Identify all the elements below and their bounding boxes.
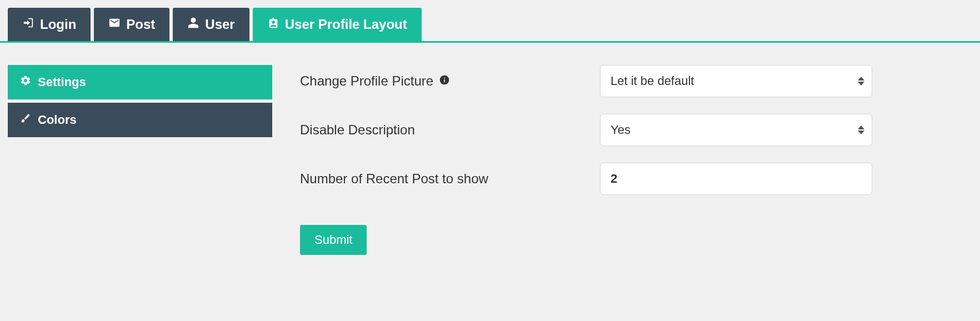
- tab-label: User Profile Layout: [285, 17, 407, 32]
- sidebar-item-label: Colors: [38, 113, 77, 127]
- sidebar-item-label: Settings: [38, 75, 86, 89]
- sidebar-item-settings[interactable]: Settings: [8, 65, 272, 99]
- input-recent-posts[interactable]: [600, 163, 872, 195]
- select-value: Let it be default: [611, 74, 694, 88]
- cogs-icon: [20, 75, 31, 89]
- top-tabs: Login Post User User Profile Layout: [0, 0, 980, 43]
- label-text: Number of Recent Post to show: [300, 171, 488, 187]
- label-disable-description: Disable Description: [300, 122, 600, 138]
- tab-label: Post: [126, 17, 155, 32]
- label-change-picture: Change Profile Picture: [300, 73, 600, 89]
- select-change-picture[interactable]: Let it be default: [600, 65, 872, 97]
- label-text: Change Profile Picture: [300, 73, 433, 89]
- label-recent-posts: Number of Recent Post to show: [300, 171, 600, 187]
- tab-label: Login: [40, 17, 76, 32]
- select-disable-description[interactable]: Yes: [600, 114, 872, 146]
- id-badge-icon: [267, 17, 279, 32]
- tab-login[interactable]: Login: [8, 8, 91, 41]
- label-text: Disable Description: [300, 122, 415, 138]
- tab-user[interactable]: User: [173, 8, 249, 41]
- envelope-icon: [108, 17, 121, 32]
- sidebar: Settings Colors: [8, 65, 272, 255]
- user-icon: [187, 17, 199, 32]
- tab-post[interactable]: Post: [94, 8, 169, 41]
- tab-user-profile-layout[interactable]: User Profile Layout: [253, 8, 422, 41]
- tab-label: User: [205, 17, 234, 32]
- info-icon[interactable]: [439, 73, 450, 89]
- select-value: Yes: [611, 123, 631, 137]
- login-icon: [22, 17, 34, 32]
- form-content: Change Profile Picture Let it be default: [300, 65, 972, 255]
- brush-icon: [20, 113, 31, 127]
- sidebar-item-colors[interactable]: Colors: [8, 103, 272, 137]
- submit-button[interactable]: Submit: [300, 225, 367, 255]
